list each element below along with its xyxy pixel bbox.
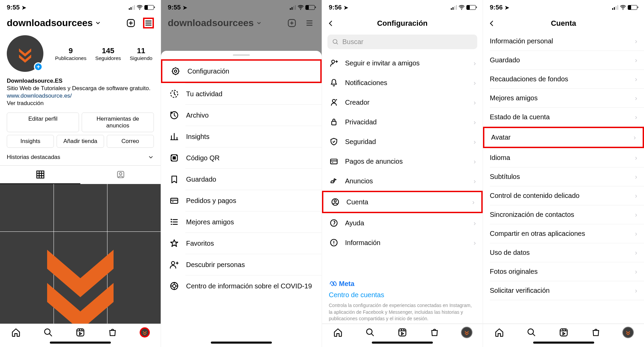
home-indicator[interactable] [211, 342, 272, 344]
nav-search[interactable] [43, 327, 53, 338]
tab-tagged[interactable] [80, 166, 161, 184]
menu-item-10[interactable]: Centro de información sobre el COVID-19 [161, 275, 322, 297]
chevron-right-icon: › [635, 287, 637, 294]
stat-followers[interactable]: 145Seguidores [95, 46, 121, 61]
svg-rect-1 [37, 171, 44, 178]
account-item-4[interactable]: Estado de la cuenta› [483, 108, 644, 126]
nav-profile[interactable] [462, 327, 472, 338]
nav-home[interactable] [494, 327, 504, 338]
settings-item-6[interactable]: Anuncios› [322, 171, 483, 191]
settings-icon [329, 58, 339, 68]
account-item-13[interactable]: Solicitar verificación› [483, 281, 644, 300]
settings-item-9[interactable]: Información› [322, 233, 483, 252]
home-indicator[interactable] [50, 342, 111, 344]
chevron-right-icon: › [633, 134, 636, 141]
avatar[interactable]: + [7, 35, 43, 72]
page-title: Configuración [377, 19, 427, 28]
posts-grid[interactable] [0, 184, 161, 324]
account-item-9[interactable]: Sincronización de contactos› [483, 205, 644, 224]
tab-grid[interactable] [0, 166, 80, 184]
sheet-handle[interactable] [233, 54, 250, 56]
back-button[interactable] [327, 20, 334, 27]
search-input[interactable]: Buscar [327, 35, 477, 49]
menu-item-4[interactable]: Código QR [161, 147, 322, 168]
bio-link[interactable]: www.downloadsource.es/ [7, 92, 154, 100]
location-arrow-icon: ➤ [505, 4, 509, 11]
highlights-toggle[interactable]: Historias destacadas [0, 149, 161, 165]
nav-reels[interactable] [559, 327, 569, 338]
account-item-8[interactable]: Control de contenido delicado› [483, 186, 644, 205]
account-item-7[interactable]: Subtítulos› [483, 167, 644, 186]
menu-item-2[interactable]: Archivo [161, 105, 322, 126]
account-item-6[interactable]: Idioma› [483, 148, 644, 167]
account-item-2[interactable]: Recaudaciones de fondos› [483, 70, 644, 88]
account-item-12[interactable]: Fotos originales› [483, 262, 644, 281]
account-item-1[interactable]: Guardado› [483, 51, 644, 69]
status-bar: 9:55➤ [0, 0, 161, 15]
menu-label: Centro de información sobre el COVID-19 [186, 282, 312, 290]
add-story-badge[interactable]: + [34, 62, 43, 71]
nav-search[interactable] [526, 327, 537, 338]
settings-item-2[interactable]: Creador› [322, 93, 483, 112]
menu-item-9[interactable]: Descubrir personas [161, 254, 322, 275]
home-indicator[interactable] [533, 342, 594, 344]
menu-icon [169, 174, 179, 184]
menu-item-5[interactable]: Guardado [161, 169, 322, 190]
home-indicator[interactable] [372, 342, 433, 344]
ad-tools-button[interactable]: Herramientas de anuncios [82, 113, 154, 132]
svg-rect-30 [399, 329, 406, 336]
nav-profile[interactable] [140, 327, 150, 338]
translate-link[interactable]: Ver traducción [7, 100, 154, 107]
account-item-0[interactable]: Información personal› [483, 32, 644, 50]
menu-item-1[interactable]: Tu actividad [161, 83, 322, 104]
menu-icon [169, 260, 179, 270]
nav-profile[interactable] [623, 327, 633, 338]
tagged-icon [116, 170, 125, 179]
menu-item-3[interactable]: Insights [161, 126, 322, 147]
nav-shop[interactable] [107, 327, 118, 338]
svg-rect-5 [77, 329, 84, 336]
settings-item-8[interactable]: Ayuda› [322, 213, 483, 233]
menu-icon [169, 89, 179, 99]
hamburger-menu-button[interactable] [143, 18, 154, 28]
svg-point-20 [333, 39, 337, 43]
accounts-center-link[interactable]: Centro de cuentas [329, 288, 476, 302]
settings-item-4[interactable]: Seguridad› [322, 132, 483, 151]
email-button[interactable]: Correo [107, 135, 154, 148]
svg-rect-23 [332, 121, 336, 125]
nav-shop[interactable] [429, 327, 440, 338]
insights-button[interactable]: Insights [7, 135, 54, 148]
nav-home[interactable] [333, 327, 343, 338]
account-label: Recaudaciones de fondos [490, 75, 635, 83]
chevron-right-icon: › [635, 268, 637, 275]
account-item-10[interactable]: Compartir en otras aplicaciones› [483, 224, 644, 243]
settings-item-3[interactable]: Privacidad› [322, 112, 483, 132]
settings-item-7[interactable]: Cuenta› [322, 191, 483, 213]
menu-item-0[interactable]: Configuración [161, 59, 322, 83]
nav-shop[interactable] [591, 327, 601, 338]
account-label: Fotos originales [490, 268, 635, 275]
settings-label: Ayuda [345, 219, 467, 227]
back-button[interactable] [488, 20, 495, 27]
nav-search[interactable] [365, 327, 375, 338]
settings-item-5[interactable]: Pagos de anuncios› [322, 151, 483, 171]
nav-reels[interactable] [397, 327, 407, 338]
account-item-5[interactable]: Avatar› [483, 127, 644, 148]
add-post-button[interactable] [125, 18, 136, 28]
settings-item-0[interactable]: Seguir e invitar a amigos› [322, 53, 483, 73]
account-item-11[interactable]: Uso de datos› [483, 243, 644, 262]
menu-icon [169, 110, 179, 120]
nav-home[interactable] [11, 327, 21, 338]
edit-profile-button[interactable]: Editar perfil [7, 113, 79, 132]
stat-following[interactable]: 11Siguiendo [130, 46, 153, 61]
menu-item-7[interactable]: Mejores amigos [161, 211, 322, 232]
username-dropdown[interactable]: downloadsourcees [7, 18, 101, 28]
battery-icon [628, 5, 637, 10]
settings-item-1[interactable]: Notificaciones› [322, 73, 483, 93]
stat-posts[interactable]: 9Publicaciones [55, 46, 86, 61]
menu-item-8[interactable]: Favoritos [161, 233, 322, 254]
nav-reels[interactable] [75, 327, 85, 338]
menu-item-6[interactable]: Pedidos y pagos [161, 190, 322, 211]
add-shop-button[interactable]: Añadir tienda [57, 135, 104, 148]
account-item-3[interactable]: Mejores amigos› [483, 89, 644, 107]
